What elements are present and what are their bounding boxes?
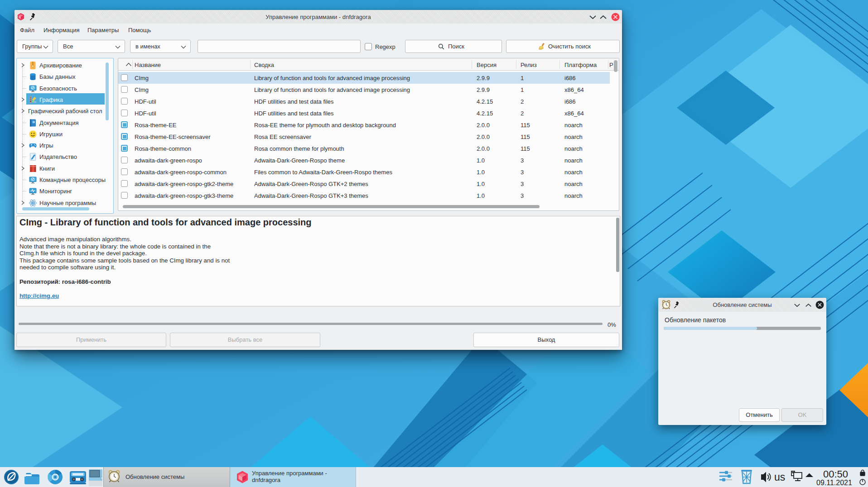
svg-text:00:50: 00:50 <box>823 468 848 480</box>
svg-text:R: R <box>33 120 35 123</box>
svg-text:09.11.2021: 09.11.2021 <box>816 479 852 487</box>
svg-text:us: us <box>774 471 785 483</box>
